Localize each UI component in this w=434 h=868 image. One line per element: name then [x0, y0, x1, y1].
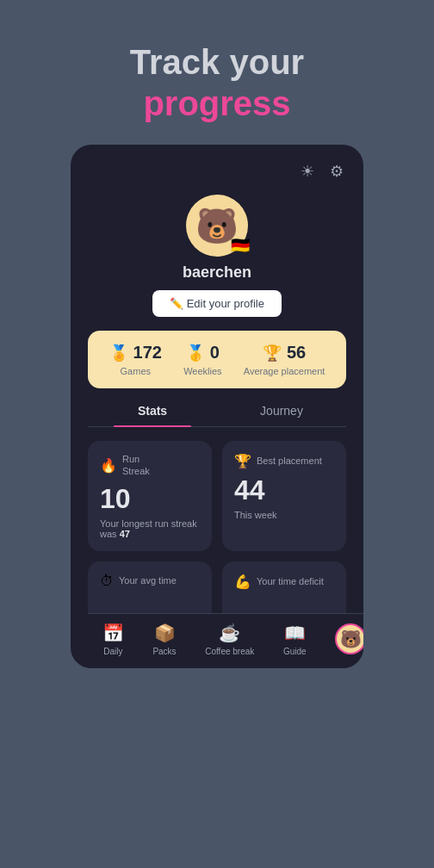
nav-coffee-break[interactable]: ☕ Coffee break [205, 623, 254, 656]
daily-icon: 📅 [102, 623, 124, 643]
stats-bar: 🏅 172 Games 🥇 0 Weeklies 🏆 56 Average pl… [88, 331, 346, 388]
placement-icon: 🏆 [263, 344, 282, 363]
best-placement-card: 🏆 Best placement 44 This week [222, 441, 346, 551]
games-icon: 🏅 [109, 344, 128, 363]
tab-journey[interactable]: Journey [217, 404, 346, 426]
run-streak-sub: Your longest run streak was 47 [100, 518, 200, 539]
guide-icon: 📖 [284, 623, 306, 643]
stat-weeklies: 🥇 0 Weeklies [183, 343, 221, 376]
placement-label: Average placement [244, 366, 326, 376]
run-streak-label: RunStreak [122, 453, 150, 478]
games-label: Games [121, 366, 151, 376]
coffee-break-icon: ☕ [219, 623, 240, 643]
time-deficit-label: Your time deficit [257, 575, 324, 587]
weeklies-icon: 🥇 [186, 344, 205, 363]
games-value: 172 [133, 343, 162, 363]
run-streak-card: 🔥 RunStreak 10 Your longest run streak w… [88, 441, 212, 551]
username: baerchen [183, 264, 251, 282]
time-deficit-card: 💪 Your time deficit [222, 561, 346, 613]
weeklies-value: 0 [210, 343, 220, 363]
run-streak-value: 10 [100, 483, 200, 515]
best-placement-sub: This week [234, 510, 334, 520]
stat-cards-grid: 🔥 RunStreak 10 Your longest run streak w… [88, 441, 346, 551]
avatar: 🐻 🇩🇪 [186, 195, 248, 257]
nav-avatar-circle: 🐻 [335, 623, 363, 654]
coffee-break-label: Coffee break [205, 647, 254, 656]
nav-guide[interactable]: 📖 Guide [283, 623, 307, 656]
packs-icon: 📦 [154, 623, 176, 643]
daily-label: Daily [103, 647, 122, 656]
nav-packs[interactable]: 📦 Packs [152, 623, 176, 656]
nav-avatar[interactable]: 🐻 [335, 623, 363, 654]
brightness-icon[interactable]: ☀ [298, 162, 317, 181]
run-streak-icon: 🔥 [100, 457, 117, 474]
weeklies-label: Weeklies [183, 366, 221, 376]
best-placement-value: 44 [234, 474, 334, 506]
avg-time-label: Your avg time [119, 574, 177, 586]
stat-placement: 🏆 56 Average placement [244, 343, 326, 376]
run-streak-highlight: 47 [120, 529, 130, 539]
header-line1: Track your [130, 41, 304, 83]
partial-cards-row: ⏱ Your avg time 💪 Your time deficit [88, 561, 346, 613]
avg-time-icon: ⏱ [100, 574, 114, 589]
header-line2: progress [130, 83, 304, 124]
nav-daily[interactable]: 📅 Daily [102, 623, 124, 656]
top-icons-row: ☀ ⚙ [88, 162, 346, 181]
placement-value: 56 [287, 343, 306, 363]
bottom-nav: 📅 Daily 📦 Packs ☕ Coffee break 📖 Guide 🐻 [88, 613, 363, 668]
best-placement-label: Best placement [257, 455, 322, 467]
edit-profile-button[interactable]: ✏️ Edit your profile [152, 290, 282, 317]
flag-badge: 🇩🇪 [231, 236, 250, 255]
tabs-row: Stats Journey [88, 404, 346, 427]
settings-icon[interactable]: ⚙ [327, 162, 346, 181]
avg-time-card: ⏱ Your avg time [88, 561, 212, 613]
stat-games: 🏅 172 Games [109, 343, 162, 376]
guide-label: Guide [283, 647, 307, 656]
best-placement-icon: 🏆 [234, 453, 251, 469]
profile-section: 🐻 🇩🇪 baerchen ✏️ Edit your profile [88, 195, 346, 317]
header-section: Track your progress [130, 41, 304, 124]
packs-label: Packs [152, 647, 176, 656]
phone-card: ☀ ⚙ 🐻 🇩🇪 baerchen ✏️ Edit your profile 🏅… [71, 145, 363, 668]
nav-avatar-emoji: 🐻 [340, 629, 362, 649]
tab-stats[interactable]: Stats [88, 404, 217, 426]
time-deficit-icon: 💪 [234, 574, 251, 590]
